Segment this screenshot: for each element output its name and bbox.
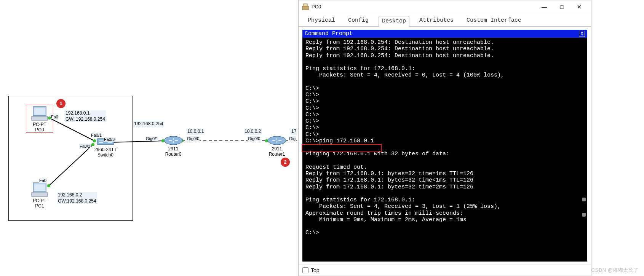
pc1-port-fa0: Fa0 — [39, 178, 47, 183]
device-router0[interactable]: 2911 Router0 — [160, 136, 187, 157]
pc0-window: PC0 — □ ✕ Physical Config Desktop Attrib… — [298, 0, 591, 276]
minimize-button[interactable]: — — [535, 1, 553, 13]
svg-rect-16 — [32, 116, 48, 120]
command-prompt-close-icon[interactable]: X — [579, 31, 585, 37]
pc0-name-label: PC0 — [27, 127, 52, 132]
sw0-type-label: 2960-24TT — [88, 147, 123, 152]
terminal-scrollbar-thumb[interactable] — [582, 213, 586, 217]
pc0-port-fa0: Fa0 — [51, 115, 59, 119]
r1-lan-ip-cut: 17 — [291, 129, 297, 135]
pc1-type-label: PC-PT — [27, 198, 52, 203]
r0-name-label: Router0 — [160, 152, 187, 157]
svg-point-21 — [164, 136, 182, 145]
sw0-port-fa01: Fa0/1 — [91, 133, 102, 137]
router-icon — [163, 136, 183, 145]
pc1-ip-note: 192.168.0.2GW:192.168.0.254 — [57, 192, 97, 204]
r0-lan-ip: 192.168.0.254 — [133, 121, 164, 127]
tab-strip: Physical Config Desktop Attributes Custo… — [299, 13, 591, 27]
network-canvas[interactable]: 1 2 PC-PT PC0 Fa0 192.168.0.1GW: 192.168… — [0, 0, 297, 276]
close-button[interactable]: ✕ — [570, 1, 588, 13]
svg-rect-19 — [32, 193, 48, 196]
top-label: Top — [311, 267, 320, 273]
device-pc0[interactable]: PC-PT PC0 — [27, 106, 52, 133]
r0-port-gig01: Gig0/1 — [145, 136, 158, 141]
command-prompt-title: Command Prompt — [305, 30, 353, 37]
device-pc1[interactable]: PC-PT PC1 — [27, 182, 52, 209]
sw0-port-fa03: Fa0/3 — [104, 137, 115, 142]
sw0-port-fa02: Fa0/2 — [79, 144, 91, 148]
watermark: CSDN @嘟嘟太菜了 — [591, 267, 639, 274]
r1-name-label: Router1 — [264, 152, 290, 157]
tab-physical[interactable]: Physical — [305, 16, 338, 27]
svg-rect-15 — [34, 108, 45, 115]
sw0-name-label: Switch0 — [88, 152, 123, 158]
tab-desktop[interactable]: Desktop — [379, 16, 409, 27]
command-prompt-header[interactable]: Command Prompt X — [302, 30, 587, 38]
r0-port-gig00: Gig0/0 — [187, 136, 200, 141]
tab-custom-interface[interactable]: Custom Interface — [463, 16, 524, 27]
svg-rect-18 — [34, 184, 45, 191]
titlebar[interactable]: PC0 — □ ✕ — [299, 0, 591, 13]
r1-port-gig-cut: Gig — [289, 136, 296, 141]
router-icon — [267, 136, 287, 145]
pc0-ip-note: 192.168.0.1GW: 192.168.0.254 — [65, 110, 106, 122]
pc1-name-label: PC1 — [27, 203, 52, 209]
callout-1: 1 — [56, 99, 66, 108]
svg-rect-23 — [302, 6, 308, 10]
r0-wan-ip: 10.0.0.1 — [187, 129, 205, 135]
window-footer: Top — [299, 265, 591, 276]
tab-config[interactable]: Config — [345, 16, 372, 27]
r1-wan-ip: 10.0.0.2 — [244, 129, 262, 135]
tab-attributes[interactable]: Attributes — [416, 16, 457, 27]
r1-port-gig00: Gig0/0 — [248, 136, 260, 141]
pc0-type-label: PC-PT — [27, 122, 52, 127]
device-router1[interactable]: 2911 Router1 — [264, 136, 290, 157]
top-checkbox[interactable] — [302, 267, 308, 273]
callout-2: 2 — [281, 158, 290, 167]
r1-type-label: 2911 — [264, 146, 290, 152]
svg-rect-24 — [304, 4, 307, 6]
pc-icon — [31, 182, 48, 197]
desktop-body: Command Prompt X Reply from 192.168.0.25… — [299, 27, 591, 265]
terminal[interactable]: Reply from 192.168.0.254: Destination ho… — [302, 38, 587, 262]
r0-type-label: 2911 — [160, 146, 187, 152]
svg-point-22 — [268, 136, 286, 145]
terminal-scrollbar-thumb[interactable] — [582, 198, 586, 201]
window-title: PC0 — [312, 4, 535, 10]
pc-icon — [31, 106, 48, 121]
app-icon — [302, 3, 309, 11]
maximize-button[interactable]: □ — [553, 1, 570, 13]
